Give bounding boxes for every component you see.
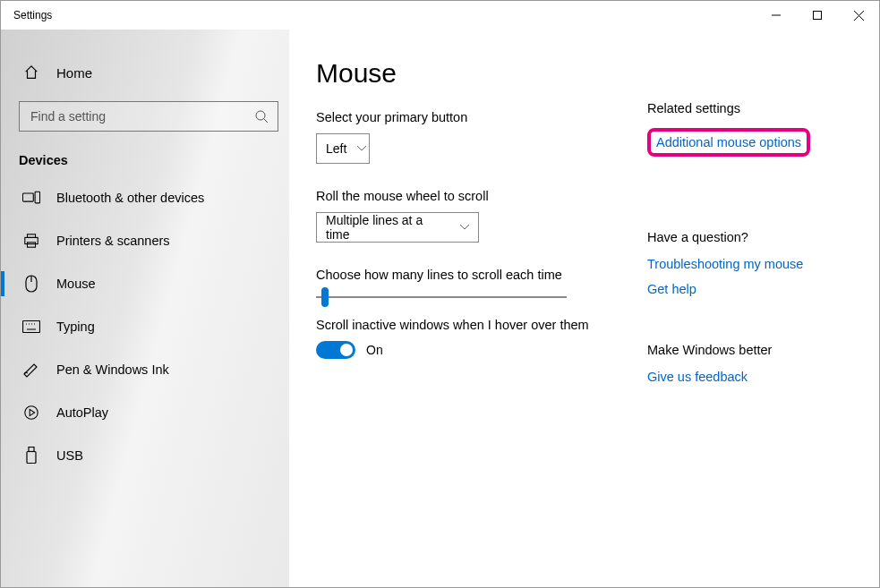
additional-mouse-options-link[interactable]: Additional mouse options (656, 135, 801, 149)
svg-rect-7 (35, 192, 39, 203)
svg-rect-9 (25, 237, 38, 243)
sidebar-item-bluetooth[interactable]: Bluetooth & other devices (1, 176, 289, 219)
svg-rect-8 (28, 234, 36, 238)
related-settings-title: Related settings (647, 101, 810, 115)
question-title: Have a question? (647, 230, 810, 244)
sidebar-item-label: Typing (56, 320, 95, 334)
maximize-icon (813, 11, 822, 20)
chevron-down-icon (460, 225, 469, 230)
primary-button-dropdown[interactable]: Left (316, 133, 370, 164)
minimize-button[interactable] (756, 1, 797, 30)
lines-scroll-label: Choose how many lines to scroll each tim… (316, 268, 638, 282)
sidebar-item-typing[interactable]: Typing (1, 305, 289, 348)
svg-rect-21 (27, 452, 36, 464)
page-title: Mouse (316, 58, 638, 89)
pen-icon (22, 361, 40, 379)
highlight-annotation: Additional mouse options (647, 128, 810, 157)
wheel-scroll-dropdown[interactable]: Multiple lines at a time (316, 212, 479, 243)
get-help-link[interactable]: Get help (647, 282, 696, 296)
svg-rect-1 (814, 12, 822, 20)
section-header: Devices (1, 137, 289, 176)
svg-rect-13 (23, 321, 40, 333)
close-button[interactable] (838, 1, 879, 30)
troubleshoot-link[interactable]: Troubleshooting my mouse (647, 257, 803, 271)
better-title: Make Windows better (647, 343, 810, 357)
content-area: Mouse Select your primary button Left Ro… (316, 58, 638, 587)
sidebar-item-label: AutoPlay (56, 405, 108, 420)
sidebar-item-mouse[interactable]: Mouse (1, 262, 289, 305)
toggle-state: On (366, 343, 383, 357)
home-icon (22, 64, 40, 81)
home-label: Home (56, 65, 92, 81)
keyboard-icon (22, 318, 40, 336)
sidebar-item-pen[interactable]: Pen & Windows Ink (1, 348, 289, 391)
dropdown-value: Multiple lines at a time (326, 213, 449, 242)
chevron-down-icon (357, 146, 366, 151)
svg-rect-20 (29, 447, 34, 452)
sidebar-item-label: Pen & Windows Ink (56, 362, 169, 377)
sidebar-item-label: Printers & scanners (56, 234, 170, 248)
slider-thumb[interactable] (321, 287, 329, 307)
sidebar-item-usb[interactable]: USB (1, 434, 289, 477)
svg-rect-6 (22, 193, 33, 201)
mouse-icon (22, 275, 40, 293)
printer-icon (22, 232, 40, 250)
search-input[interactable] (19, 101, 278, 132)
wheel-scroll-label: Roll the mouse wheel to scroll (316, 189, 638, 203)
sidebar-item-label: Mouse (56, 277, 96, 291)
search-field[interactable] (29, 108, 254, 124)
search-icon (254, 109, 269, 124)
feedback-link[interactable]: Give us feedback (647, 370, 748, 384)
usb-icon (22, 447, 40, 464)
svg-point-19 (25, 406, 38, 419)
lines-scroll-slider[interactable] (316, 296, 567, 298)
sidebar-item-autoplay[interactable]: AutoPlay (1, 391, 289, 434)
window-title: Settings (1, 9, 52, 21)
sidebar-item-label: Bluetooth & other devices (56, 191, 204, 205)
titlebar: Settings (1, 1, 879, 30)
svg-point-4 (256, 111, 265, 120)
sidebar: Home Devices Bluetooth & other devices P… (1, 30, 289, 587)
home-button[interactable]: Home (1, 55, 289, 90)
dropdown-value: Left (326, 141, 346, 156)
sidebar-item-label: USB (56, 448, 83, 463)
sidebar-item-printers[interactable]: Printers & scanners (1, 219, 289, 262)
svg-line-5 (264, 119, 268, 123)
inactive-windows-label: Scroll inactive windows when I hover ove… (316, 318, 638, 332)
primary-button-label: Select your primary button (316, 110, 638, 124)
svg-rect-10 (28, 243, 36, 247)
devices-icon (22, 189, 40, 207)
inactive-windows-toggle[interactable] (316, 341, 355, 359)
autoplay-icon (22, 404, 40, 422)
right-column: Related settings Additional mouse option… (638, 58, 810, 587)
minimize-icon (772, 11, 781, 20)
maximize-button[interactable] (797, 1, 838, 30)
close-icon (854, 11, 864, 21)
